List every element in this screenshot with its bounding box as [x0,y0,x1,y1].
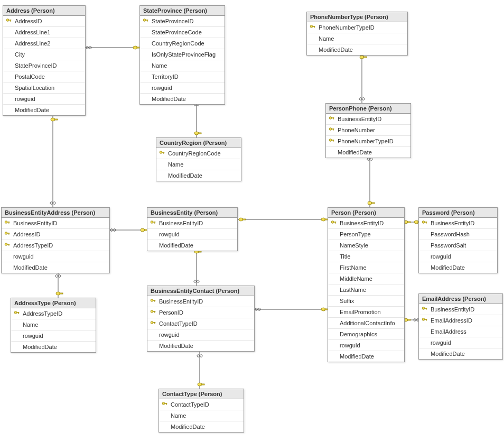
table-column: IsOnlyStateProvinceFlag [140,49,225,60]
column-name: ModifiedDate [169,424,241,430]
table-emailaddress[interactable]: EmailAddress (Person)BusinessEntityIDEma… [418,293,503,360]
table-column: rowguid [3,94,85,105]
table-title: AddressType (Person) [11,298,96,308]
column-name: PasswordSalt [428,242,495,249]
table-column: Suffix [328,296,404,307]
table-column: PasswordSalt [419,240,497,251]
table-person[interactable]: Person (Person)BusinessEntityIDPersonTyp… [328,207,405,362]
column-name: rowguid [428,339,500,346]
column-name: PhoneNumber [335,127,408,133]
table-addresstype[interactable]: AddressType (Person)AddressTypeIDNamerow… [11,298,96,353]
table-title: BusinessEntity (Person) [147,208,237,218]
table-column: EmailAddress [419,326,502,337]
column-name: AdditionalContactInfo [338,320,402,326]
table-address[interactable]: Address (Person)AddressIDAddressLine1Add… [3,5,86,116]
column-name: ModifiedDate [338,353,402,360]
primary-key-icon [150,320,157,327]
table-column: SpatialLocation [3,82,85,94]
table-title: BusinessEntityAddress (Person) [2,208,109,218]
column-name: Name [150,62,222,69]
svg-rect-25 [9,222,10,223]
column-name: Name [21,321,94,328]
column-name: PhoneNumberTypeID [316,24,405,31]
column-name: EmailPromotion [338,309,402,315]
column-name: BusinessEntityID [335,116,408,122]
column-name: AddressTypeID [11,242,107,249]
table-column: StateProvinceID [3,60,85,71]
svg-rect-40 [426,222,427,223]
table-title: Address (Person) [3,6,85,16]
table-column: PostalCode [3,71,85,82]
table-title: StateProvince (Person) [140,6,225,16]
table-contacttype[interactable]: ContactType (Person)ContactTypeIDNameMod… [158,389,244,433]
primary-key-icon [328,127,335,133]
table-title: Person (Person) [328,208,404,218]
table-column: AddressTypeID [11,308,96,319]
table-businessentityaddress[interactable]: BusinessEntityAddress (Person)BusinessEn… [1,207,110,273]
table-column: LastName [328,284,404,296]
svg-rect-13 [164,152,164,153]
table-column: rowguid [2,251,109,262]
table-column: rowguid [147,329,254,341]
table-password[interactable]: Password (Person)BusinessEntityIDPasswor… [418,207,498,273]
column-name: PasswordHash [428,231,495,237]
table-column: MiddleName [328,273,404,284]
table-column: ModifiedDate [328,351,404,362]
table-businessentitycontact[interactable]: BusinessEntityContact (Person)BusinessEn… [147,286,255,352]
table-column: BusinessEntityID [419,218,497,229]
table-column: rowguid [419,337,502,348]
column-name: rowguid [338,342,402,348]
table-column: AddressLine2 [3,38,85,49]
column-name: rowguid [11,253,107,260]
table-column: BusinessEntityID [147,218,237,229]
column-name: Name [166,161,239,168]
svg-rect-31 [9,244,10,245]
svg-rect-22 [333,140,334,141]
primary-key-icon [13,310,21,317]
svg-rect-7 [147,20,148,21]
column-name: BusinessEntityID [428,220,495,226]
svg-rect-37 [335,222,336,223]
column-name: ModifiedDate [150,96,222,102]
primary-key-icon [4,231,11,237]
table-stateprovince[interactable]: StateProvince (Person)StateProvinceIDSta… [139,5,225,105]
table-businessentity[interactable]: BusinessEntity (Person)BusinessEntityIDr… [147,207,238,251]
svg-rect-43 [18,312,19,314]
table-column: ModifiedDate [11,342,96,352]
column-name: PersonID [157,309,252,316]
table-column: FirstName [328,262,404,273]
primary-key-icon [328,116,335,122]
column-name: ContactTypeID [157,320,252,327]
column-name: EmailAddress [428,328,500,335]
primary-key-icon [330,220,338,226]
column-name: LastName [338,287,402,293]
primary-key-icon [4,242,11,249]
column-name: Suffix [338,298,402,304]
table-column: ModifiedDate [159,421,244,432]
column-name: ModifiedDate [428,351,500,357]
column-name: rowguid [428,253,495,260]
table-column: rowguid [140,82,225,94]
table-title: PhoneNumberType (Person) [307,12,407,22]
svg-rect-58 [426,319,427,320]
table-personphone[interactable]: PersonPhone (Person)BusinessEntityIDPhon… [325,103,411,158]
column-name: FirstName [338,264,402,271]
column-name: Name [316,35,405,42]
table-column: CountryRegionCode [156,148,241,159]
column-name: CountryRegionCode [166,150,239,157]
table-phonenumbertype[interactable]: PhoneNumberType (Person)PhoneNumberTypeI… [306,12,408,56]
column-name: StateProvinceCode [150,29,222,35]
column-name: AddressLine1 [13,29,83,35]
column-name: EmailAddressID [428,317,500,324]
svg-rect-16 [333,117,334,119]
svg-rect-10 [314,26,315,27]
table-column: ModifiedDate [156,170,241,181]
table-column: PasswordHash [419,229,497,240]
table-column: Name [11,319,96,330]
primary-key-icon [309,24,316,31]
column-name: BusinessEntityID [428,306,500,313]
column-name: BusinessEntityID [11,220,107,226]
table-countryregion[interactable]: CountryRegion (Person)CountryRegionCodeN… [156,137,241,181]
table-column: PersonID [147,307,254,318]
column-name: IsOnlyStateProvinceFlag [150,51,222,58]
